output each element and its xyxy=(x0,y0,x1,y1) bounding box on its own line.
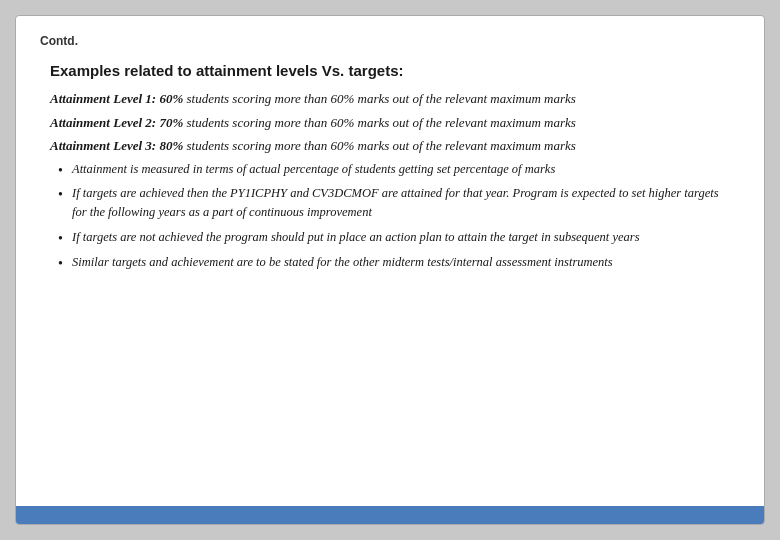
attainment-level-2-heading: Attainment Level 2: 70% xyxy=(50,115,183,130)
bullet-item-2: If targets are achieved then the PY1ICPH… xyxy=(50,184,730,222)
bullet-item-1: Attainment is measured in terms of actua… xyxy=(50,160,730,179)
attainment-level-1-heading: Attainment Level 1: 60% xyxy=(50,91,183,106)
attainment-level-3-text: students scoring more than 60% marks out… xyxy=(183,138,576,153)
section-title: Examples related to attainment levels Vs… xyxy=(50,62,730,79)
attainment-level-1-text: students scoring more than 60% marks out… xyxy=(183,91,576,106)
bullet-list: Attainment is measured in terms of actua… xyxy=(50,160,730,272)
attainment-level-3-line: Attainment Level 3: 80% students scoring… xyxy=(50,136,730,156)
bullet-item-4: Similar targets and achievement are to b… xyxy=(50,253,730,272)
attainment-level-2-text: students scoring more than 60% marks out… xyxy=(183,115,576,130)
attainment-level-3-heading: Attainment Level 3: 80% xyxy=(50,138,183,153)
slide-container: Contd. Examples related to attainment le… xyxy=(15,15,765,525)
bottom-bar xyxy=(16,506,764,524)
attainment-level-2-line: Attainment Level 2: 70% students scoring… xyxy=(50,113,730,133)
bullet-item-3: If targets are not achieved the program … xyxy=(50,228,730,247)
contd-label: Contd. xyxy=(40,34,740,48)
attainment-level-1-line: Attainment Level 1: 60% students scoring… xyxy=(50,89,730,109)
content-area: Examples related to attainment levels Vs… xyxy=(40,62,740,271)
